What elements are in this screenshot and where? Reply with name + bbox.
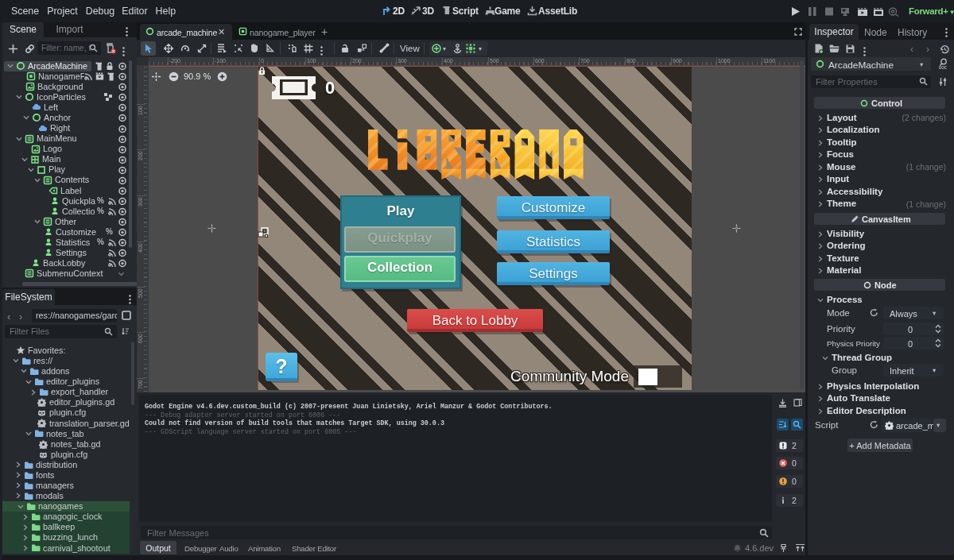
svg-text:DOC: DOC	[939, 66, 948, 70]
